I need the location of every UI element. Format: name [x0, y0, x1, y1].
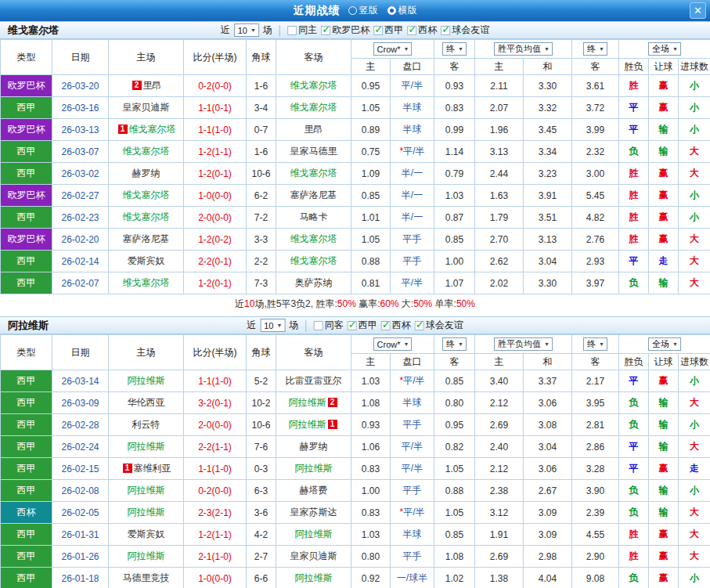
home-team-cell: 利云特 — [109, 414, 184, 436]
league-filter-checkbox[interactable]: 西甲 — [373, 23, 403, 37]
goals-result-cell: 大 — [679, 163, 710, 185]
avg-odds-select[interactable]: 胜平负均值▼ — [494, 337, 553, 351]
handicap-cell: 半/一 — [391, 163, 434, 185]
league-filter-checkbox[interactable]: 西杯 — [407, 23, 437, 37]
checkbox-icon — [415, 321, 424, 330]
avg-draw-cell: 3.09 — [524, 502, 572, 524]
select-value: 10 — [264, 321, 273, 330]
league-cell: 欧罗巴杯 — [1, 185, 52, 207]
home-team-cell: 赫罗纳 — [109, 163, 184, 185]
league-cell: 西甲 — [1, 251, 52, 272]
avg-home-cell: 1.91 — [475, 524, 524, 546]
column-header: 客场 — [276, 335, 351, 370]
away-odds-cell: 0.79 — [434, 163, 475, 185]
away-odds-cell: 1.14 — [434, 141, 475, 163]
final-avg-select[interactable]: 终▼ — [583, 337, 607, 351]
league-cell: 西甲 — [1, 458, 52, 480]
match-count-select[interactable]: 10▼ — [234, 23, 259, 37]
match-row: 西甲26-03-09华伦西亚3-2(0-1)10-2阿拉维斯21.08半球0.8… — [1, 392, 710, 414]
column-subheader: 让球 — [649, 354, 679, 370]
date-cell: 26-01-31 — [52, 524, 109, 546]
avg-odds-select[interactable]: 胜平负均值▼ — [494, 42, 553, 56]
recent-matches-table: 类型日期主场比分(半场)角球客场Crow*▼终▼胜平负均值▼终▼全场▼主盘口客主… — [0, 39, 710, 294]
column-header: 客场 — [276, 40, 351, 75]
same-venue-checkbox[interactable]: 同客 — [314, 319, 344, 332]
home-odds-cell: 1.05 — [351, 97, 391, 119]
match-count-select[interactable]: 10▼ — [260, 319, 285, 332]
column-subheader: 主 — [351, 354, 391, 370]
goals-result-cell: 小 — [679, 207, 710, 229]
close-button[interactable]: ✕ — [690, 2, 706, 19]
avg-home-cell: 2.44 — [475, 163, 524, 185]
date-cell: 26-01-18 — [52, 568, 109, 588]
column-header: 日期 — [52, 40, 109, 75]
date-cell: 26-02-05 — [52, 502, 109, 524]
score-cell: 1-2(0-2) — [184, 229, 247, 251]
bookmaker-select[interactable]: Crow*▼ — [373, 337, 413, 351]
final-avg-select[interactable]: 终▼ — [583, 42, 607, 56]
handicap-cell: 平/半 — [391, 458, 434, 480]
league-filter-checkbox[interactable]: 西甲 — [348, 319, 377, 332]
handicap-result-cell: 赢 — [649, 546, 679, 568]
filter-near-label: 近 — [221, 23, 230, 37]
away-odds-cell: 0.99 — [434, 119, 475, 141]
corner-cell: 10-6 — [247, 414, 276, 436]
layout-radio-vertical[interactable]: 竖版 — [348, 4, 378, 17]
final-odds-select[interactable]: 终▼ — [442, 42, 467, 56]
corner-cell: 0-3 — [247, 458, 276, 480]
corner-cell: 10-2 — [247, 392, 276, 414]
avg-draw-cell: 3.13 — [524, 229, 572, 251]
home-team-cell: 1塞维利亚 — [109, 458, 184, 480]
away-team-cell: 马略卡 — [276, 207, 351, 229]
result-cell: 胜 — [619, 546, 649, 568]
chevron-down-icon: ▼ — [458, 46, 463, 52]
league-filter-checkbox[interactable]: 欧罗巴杯 — [321, 23, 369, 37]
select-value: 终 — [446, 43, 455, 55]
handicap-cell: 半球 — [391, 119, 434, 141]
select-value: 终 — [587, 43, 596, 55]
column-header: 日期 — [52, 335, 109, 370]
away-team-cell: 比雷亚雷亚尔 — [276, 370, 351, 392]
bookmaker-select[interactable]: Crow*▼ — [373, 42, 413, 56]
league-cell: 西甲 — [1, 392, 52, 414]
league-cell: 西甲 — [1, 97, 52, 119]
avg-draw-cell: 2.98 — [524, 546, 572, 568]
chevron-down-icon: ▼ — [599, 341, 604, 347]
match-row: 西甲26-02-23维戈塞尔塔2-0(0-0)7-2马略卡1.01半/一0.87… — [1, 207, 710, 229]
home-team-cell: 马德里竞技 — [109, 568, 184, 588]
score-cell: 1-0(0-0) — [184, 568, 247, 588]
date-cell: 26-02-27 — [52, 185, 109, 207]
score-cell: 0-2(0-0) — [184, 480, 247, 502]
league-cell: 西甲 — [1, 370, 52, 392]
handicap-cell: 平手 — [391, 546, 434, 568]
full-match-select[interactable]: 全场▼ — [648, 42, 681, 56]
handicap-cell: 半/一 — [391, 207, 434, 229]
final-odds-select[interactable]: 终▼ — [442, 337, 467, 351]
filter-bar: 近10▼场│同主欧罗巴杯西甲西杯球会友谊 — [221, 23, 490, 37]
layout-radio-horizontal[interactable]: 横版 — [387, 4, 417, 17]
result-cell: 平 — [619, 370, 649, 392]
select-value: 胜平负均值 — [498, 43, 541, 55]
header-dropdown-cell: 终▼ — [572, 335, 619, 354]
team-section-away: 阿拉维斯 近10▼场│同客西甲西杯球会友谊 类型日期主场比分(半场)角球客场Cr… — [0, 316, 710, 588]
home-odds-cell: 1.06 — [351, 436, 391, 458]
league-filter-checkbox[interactable]: 球会友谊 — [415, 319, 463, 332]
league-filter-checkbox[interactable]: 球会友谊 — [441, 23, 489, 37]
avg-home-cell: 1.79 — [475, 207, 524, 229]
home-team-cell: 爱斯宾奴 — [109, 524, 184, 546]
away-odds-cell: 0.80 — [434, 392, 475, 414]
column-subheader: 让球 — [649, 59, 679, 75]
select-value: 全场 — [652, 43, 669, 55]
score-cell: 1-2(1-1) — [184, 524, 247, 546]
away-team-cell: 皇家贝迪斯 — [276, 546, 351, 568]
score-cell: 2-2(1-1) — [184, 436, 247, 458]
full-match-select[interactable]: 全场▼ — [648, 337, 681, 351]
handicap-result-cell: 赢 — [649, 524, 679, 546]
league-filter-checkbox[interactable]: 西杯 — [381, 319, 411, 332]
select-value: 胜平负均值 — [498, 338, 541, 350]
home-odds-cell: 0.93 — [351, 414, 391, 436]
same-venue-checkbox[interactable]: 同主 — [287, 23, 317, 37]
away-team-cell: 里昂 — [276, 119, 351, 141]
select-value: 全场 — [652, 338, 669, 350]
result-cell: 胜 — [619, 75, 649, 97]
